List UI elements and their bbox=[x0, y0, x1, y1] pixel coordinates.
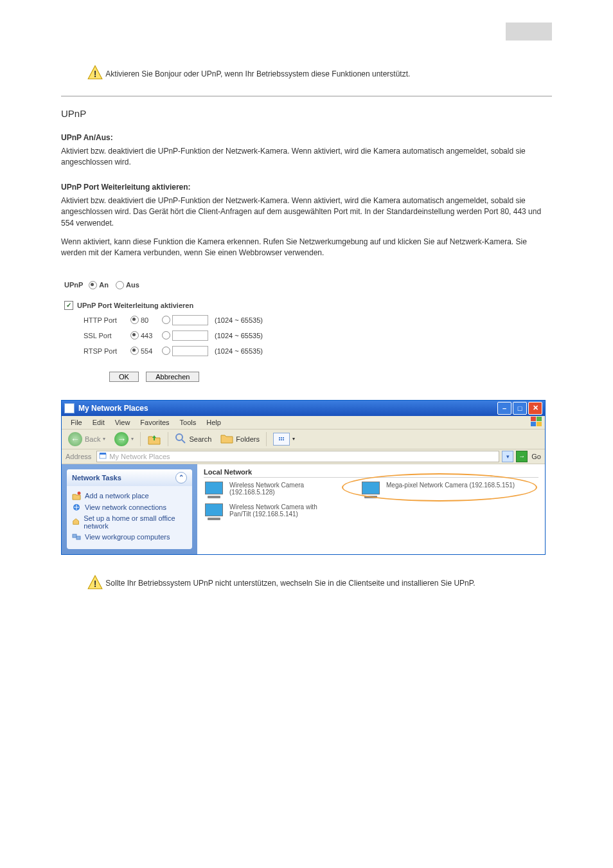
folder-up-icon bbox=[147, 433, 161, 446]
window-close-button[interactable]: ✕ bbox=[528, 402, 542, 415]
explorer-window: My Network Places – □ ✕ File Edit View F… bbox=[61, 400, 546, 555]
svg-text:!: ! bbox=[94, 69, 97, 79]
camera-ip: (192.168.5.128) bbox=[229, 489, 304, 496]
ssl-port-range: (1024 ~ 65535) bbox=[208, 332, 263, 339]
content-header: Local Network bbox=[204, 468, 538, 478]
explorer-menubar: File Edit View Favorites Tools Help bbox=[62, 416, 545, 429]
camera-name: Mega-pixel Network Camera (192.168.5.151… bbox=[386, 482, 515, 489]
rtsp-port-row: RTSP Port 554 (1024 ~ 65535) bbox=[64, 343, 549, 359]
subheading-port-forwarding: UPnP Port Weiterleitung aktivieren: bbox=[61, 175, 552, 194]
sidebar-item-label: View network connections bbox=[85, 503, 166, 511]
toolbar-up-button[interactable] bbox=[145, 431, 164, 447]
ssl-port-default-radio[interactable] bbox=[130, 331, 139, 339]
upnp-end-description: Wenn aktiviert, kann diese Funktion die … bbox=[61, 235, 552, 266]
upnp-port-forwarding-checkbox[interactable]: ✓ bbox=[64, 301, 73, 310]
section-divider bbox=[61, 96, 552, 96]
toolbar-view-button[interactable]: ▾ bbox=[271, 431, 298, 447]
warning-icon: ! bbox=[87, 574, 103, 593]
window-maximize-button[interactable]: □ bbox=[513, 402, 527, 415]
sidebar-view-connections[interactable]: View network connections bbox=[72, 502, 187, 513]
svg-rect-2 bbox=[531, 417, 536, 421]
ok-button[interactable]: OK bbox=[109, 372, 139, 382]
upnp-off-radio[interactable] bbox=[116, 281, 124, 289]
toolbar-separator bbox=[168, 432, 168, 446]
cancel-button[interactable]: Abbrechen bbox=[146, 372, 199, 382]
upnp-on-radio[interactable] bbox=[89, 281, 97, 289]
rtsp-port-range: (1024 ~ 65535) bbox=[208, 347, 263, 355]
toolbar-folders-label: Folders bbox=[236, 435, 260, 443]
http-port-label: HTTP Port bbox=[64, 316, 129, 324]
toolbar-search-label: Search bbox=[189, 435, 211, 443]
toolbar-folders-button[interactable]: Folders bbox=[218, 431, 262, 447]
page-corner-box bbox=[506, 23, 552, 41]
svg-point-10 bbox=[78, 491, 81, 494]
ssl-port-custom-input[interactable] bbox=[172, 330, 208, 341]
svg-rect-9 bbox=[100, 453, 106, 455]
explorer-title-icon bbox=[64, 403, 75, 413]
panel-collapse-button[interactable]: ⌃ bbox=[175, 472, 187, 484]
camera-name: Wireless Network Camera bbox=[229, 482, 304, 489]
http-port-custom-radio[interactable] bbox=[162, 316, 170, 324]
upnp-on-off-row: UPnP An Aus bbox=[64, 278, 549, 292]
explorer-content: Local Network Wireless Network Camera (1… bbox=[197, 464, 545, 554]
home-network-icon bbox=[72, 518, 80, 527]
sidebar-view-workgroup[interactable]: View workgroup computers bbox=[72, 531, 187, 543]
ssl-port-custom-radio[interactable] bbox=[162, 331, 170, 339]
rtsp-port-custom-radio[interactable] bbox=[162, 347, 170, 355]
sidebar-item-label: Set up a home or small office network bbox=[84, 514, 187, 530]
menu-view[interactable]: View bbox=[110, 419, 136, 426]
http-port-custom-input[interactable] bbox=[172, 315, 208, 325]
http-port-default-radio[interactable] bbox=[130, 316, 139, 324]
toolbar-search-button[interactable]: Search bbox=[172, 431, 214, 447]
svg-line-7 bbox=[182, 440, 185, 443]
windows-flag-icon bbox=[531, 417, 542, 427]
toolbar-forward-button[interactable]: → ▾ bbox=[112, 431, 136, 448]
svg-rect-5 bbox=[537, 422, 542, 426]
camera-item-highlighted[interactable]: Mega-pixel Network Camera (192.168.5.151… bbox=[360, 482, 528, 500]
upnp-title-label: UPnP bbox=[64, 281, 87, 289]
port-forwarding-description: Aktiviert bzw. deaktiviert die UPnP-Funk… bbox=[61, 194, 552, 235]
explorer-toolbar: ← Back ▾ → ▾ Search bbox=[62, 429, 545, 449]
intro-text: Aktivieren Sie Bonjour oder UPnP, wenn I… bbox=[105, 69, 529, 78]
explorer-sidebar: Network Tasks ⌃ Add a network place View… bbox=[62, 464, 197, 554]
enable-description: Aktiviert bzw. deaktiviert die UPnP-Funk… bbox=[61, 145, 552, 175]
chevron-down-icon: ▾ bbox=[131, 436, 134, 442]
window-minimize-button[interactable]: – bbox=[497, 402, 511, 415]
http-port-default-value: 80 bbox=[141, 316, 160, 324]
rtsp-port-custom-input[interactable] bbox=[172, 346, 208, 356]
back-arrow-icon: ← bbox=[68, 432, 82, 446]
menu-edit[interactable]: Edit bbox=[87, 419, 110, 426]
go-button[interactable]: → bbox=[516, 451, 528, 462]
upnp-on-label: An bbox=[99, 281, 114, 289]
chevron-down-icon: ▾ bbox=[103, 436, 105, 442]
svg-rect-12 bbox=[73, 534, 76, 538]
toolbar-back-button[interactable]: ← Back ▾ bbox=[66, 431, 108, 448]
upnp-off-label: Aus bbox=[126, 281, 139, 289]
menu-file[interactable]: File bbox=[66, 419, 87, 426]
address-dropdown-button[interactable]: ▾ bbox=[502, 451, 513, 462]
menu-favorites[interactable]: Favorites bbox=[135, 419, 174, 426]
address-field[interactable]: My Network Places bbox=[96, 451, 499, 462]
folders-icon bbox=[220, 433, 233, 446]
network-connections-icon bbox=[72, 503, 81, 512]
warning-icon: ! bbox=[87, 64, 103, 83]
rtsp-port-label: RTSP Port bbox=[64, 347, 129, 355]
bottom-note-text: Sollte Ihr Betriebssystem UPnP nicht unt… bbox=[105, 579, 529, 588]
ssl-port-default-value: 443 bbox=[141, 332, 160, 339]
address-field-icon bbox=[99, 452, 107, 461]
upnp-port-forwarding-row: ✓ UPnP Port Weiterleitung aktivieren bbox=[64, 292, 549, 312]
camera-item[interactable]: Wireless Network Camera with Pan/Tilt (1… bbox=[204, 503, 345, 521]
workgroup-icon bbox=[72, 532, 81, 541]
menu-tools[interactable]: Tools bbox=[175, 419, 202, 426]
rtsp-port-default-radio[interactable] bbox=[130, 347, 139, 355]
view-icon bbox=[273, 433, 290, 446]
monitor-icon bbox=[360, 482, 381, 500]
http-port-range: (1024 ~ 65535) bbox=[208, 316, 263, 324]
sidebar-setup-home-network[interactable]: Set up a home or small office network bbox=[72, 513, 187, 531]
camera-item[interactable]: Wireless Network Camera (192.168.5.128) bbox=[204, 482, 345, 500]
forward-arrow-icon: → bbox=[114, 432, 129, 446]
sidebar-add-network-place[interactable]: Add a network place bbox=[72, 490, 187, 502]
menu-help[interactable]: Help bbox=[201, 419, 226, 426]
address-value: My Network Places bbox=[109, 453, 170, 460]
svg-text:!: ! bbox=[94, 578, 97, 588]
